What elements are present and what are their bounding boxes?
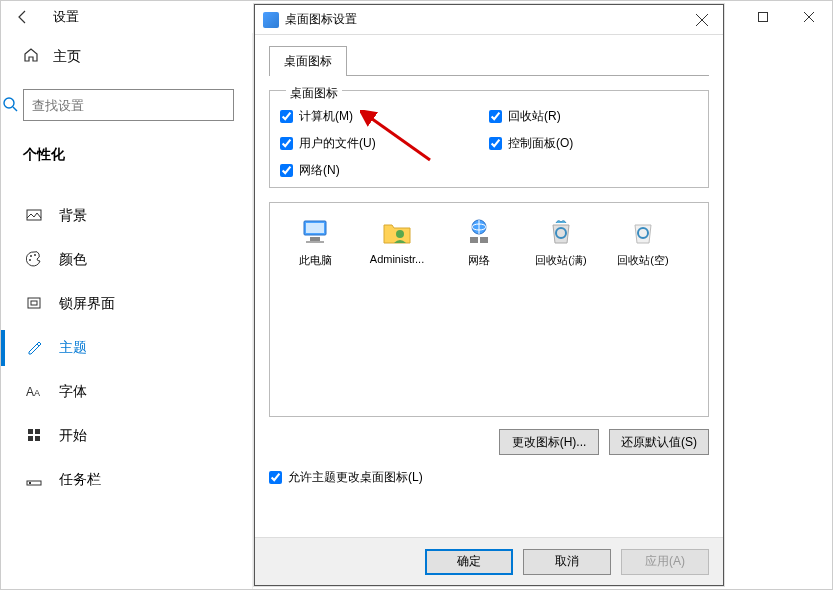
svg-point-9 — [29, 259, 31, 261]
computer-icon — [298, 215, 332, 249]
user-folder-icon — [380, 215, 414, 249]
tab-desktop-icons[interactable]: 桌面图标 — [269, 46, 347, 76]
checkbox-label: 控制面板(O) — [508, 135, 573, 152]
checkbox-network[interactable]: 网络(N) — [280, 162, 489, 179]
fieldset-legend: 桌面图标 — [286, 85, 342, 102]
desktop-icons-fieldset: 桌面图标 计算机(M) 用户的文件(U) — [269, 90, 709, 188]
nav-label: 任务栏 — [59, 471, 101, 489]
search-input[interactable] — [32, 98, 225, 113]
dialog-titlebar-left: 桌面图标设置 — [263, 11, 357, 28]
grid-item-network[interactable]: 网络 — [442, 215, 516, 268]
checkbox-label: 允许主题更改桌面图标(L) — [288, 469, 423, 486]
sidebar-item-themes[interactable]: 主题 — [23, 326, 234, 370]
svg-text:A: A — [34, 388, 40, 398]
lockscreen-icon — [25, 295, 43, 314]
svg-rect-19 — [29, 482, 31, 484]
back-button[interactable] — [3, 1, 43, 33]
checkbox-label: 网络(N) — [299, 162, 340, 179]
sidebar-item-lockscreen[interactable]: 锁屏界面 — [23, 282, 234, 326]
palette-icon — [25, 251, 43, 270]
svg-point-26 — [396, 230, 404, 238]
checkbox-input[interactable] — [269, 471, 282, 484]
category-title: 个性化 — [23, 146, 234, 164]
nav-label: 字体 — [59, 383, 87, 401]
nav-label: 开始 — [59, 427, 87, 445]
ok-button[interactable]: 确定 — [425, 549, 513, 575]
restore-default-button[interactable]: 还原默认值(S) — [609, 429, 709, 455]
sidebar-item-background[interactable]: 背景 — [23, 194, 234, 238]
svg-text:A: A — [26, 385, 34, 399]
checkbox-input[interactable] — [280, 137, 293, 150]
grid-label: 回收站(满) — [535, 253, 586, 268]
dialog-title: 桌面图标设置 — [285, 11, 357, 28]
svg-line-5 — [13, 107, 17, 111]
grid-item-recycle-full[interactable]: 回收站(满) — [524, 215, 598, 268]
sidebar: 主页 个性化 背景 颜色 锁屏界面 — [1, 33, 253, 589]
grid-label: 回收站(空) — [617, 253, 668, 268]
grid-label: 网络 — [468, 253, 490, 268]
search-box[interactable] — [23, 89, 234, 121]
svg-rect-31 — [480, 237, 488, 243]
dialog-body: 桌面图标 桌面图标 计算机(M) 用户的文件(U) — [255, 35, 723, 496]
home-label: 主页 — [53, 48, 81, 66]
close-icon — [804, 12, 814, 22]
icon-action-row: 更改图标(H)... 还原默认值(S) — [269, 429, 709, 455]
arrow-left-icon — [15, 9, 31, 25]
checkbox-input[interactable] — [489, 110, 502, 123]
home-icon — [23, 47, 39, 67]
cancel-button[interactable]: 取消 — [523, 549, 611, 575]
allow-themes-checkbox[interactable]: 允许主题更改桌面图标(L) — [269, 469, 709, 486]
dialog-close-button[interactable] — [687, 8, 717, 32]
icon-preview-box: 此电脑 Administr... 网络 — [269, 202, 709, 417]
change-icon-button[interactable]: 更改图标(H)... — [499, 429, 599, 455]
recycle-full-icon — [544, 215, 578, 249]
start-icon — [25, 427, 43, 446]
search-icon — [2, 96, 18, 116]
nav-label: 背景 — [59, 207, 87, 225]
checkbox-input[interactable] — [280, 110, 293, 123]
svg-rect-23 — [306, 223, 324, 233]
picture-icon — [25, 207, 43, 226]
sidebar-item-start[interactable]: 开始 — [23, 414, 234, 458]
nav-list: 背景 颜色 锁屏界面 主题 AA 字体 — [23, 194, 234, 502]
apply-button[interactable]: 应用(A) — [621, 549, 709, 575]
svg-rect-24 — [310, 237, 320, 241]
svg-rect-11 — [31, 301, 37, 305]
themes-icon — [25, 339, 43, 358]
svg-rect-14 — [28, 429, 33, 434]
titlebar-left: 设置 — [3, 1, 79, 33]
svg-rect-1 — [759, 13, 768, 22]
grid-item-this-pc[interactable]: 此电脑 — [278, 215, 352, 268]
home-button[interactable]: 主页 — [23, 47, 234, 67]
checkbox-input[interactable] — [280, 164, 293, 177]
checkbox-recycle[interactable]: 回收站(R) — [489, 108, 698, 125]
nav-label: 颜色 — [59, 251, 87, 269]
close-button[interactable] — [786, 1, 832, 33]
sidebar-item-fonts[interactable]: AA 字体 — [23, 370, 234, 414]
svg-point-7 — [30, 255, 32, 257]
nav-label: 主题 — [59, 339, 87, 357]
grid-label: 此电脑 — [299, 253, 332, 268]
svg-rect-25 — [306, 241, 324, 243]
sidebar-item-colors[interactable]: 颜色 — [23, 238, 234, 282]
icon-grid: 此电脑 Administr... 网络 — [278, 215, 700, 268]
settings-title: 设置 — [53, 8, 79, 26]
sidebar-item-taskbar[interactable]: 任务栏 — [23, 458, 234, 502]
maximize-button[interactable] — [740, 1, 786, 33]
taskbar-icon — [25, 471, 43, 490]
svg-rect-17 — [35, 436, 40, 441]
checkbox-control[interactable]: 控制面板(O) — [489, 135, 698, 152]
dialog-app-icon — [263, 12, 279, 28]
network-icon — [462, 215, 496, 249]
checkbox-input[interactable] — [489, 137, 502, 150]
checkbox-computer[interactable]: 计算机(M) — [280, 108, 489, 125]
grid-item-recycle-empty[interactable]: 回收站(空) — [606, 215, 680, 268]
grid-item-administrator[interactable]: Administr... — [360, 215, 434, 268]
tab-strip: 桌面图标 — [269, 45, 709, 76]
desktop-icon-settings-dialog: 桌面图标设置 桌面图标 桌面图标 计算机(M) — [254, 4, 724, 586]
svg-point-4 — [4, 98, 14, 108]
checkbox-userfiles[interactable]: 用户的文件(U) — [280, 135, 489, 152]
dialog-footer: 确定 取消 应用(A) — [255, 537, 723, 585]
svg-rect-10 — [28, 298, 40, 308]
svg-rect-16 — [28, 436, 33, 441]
